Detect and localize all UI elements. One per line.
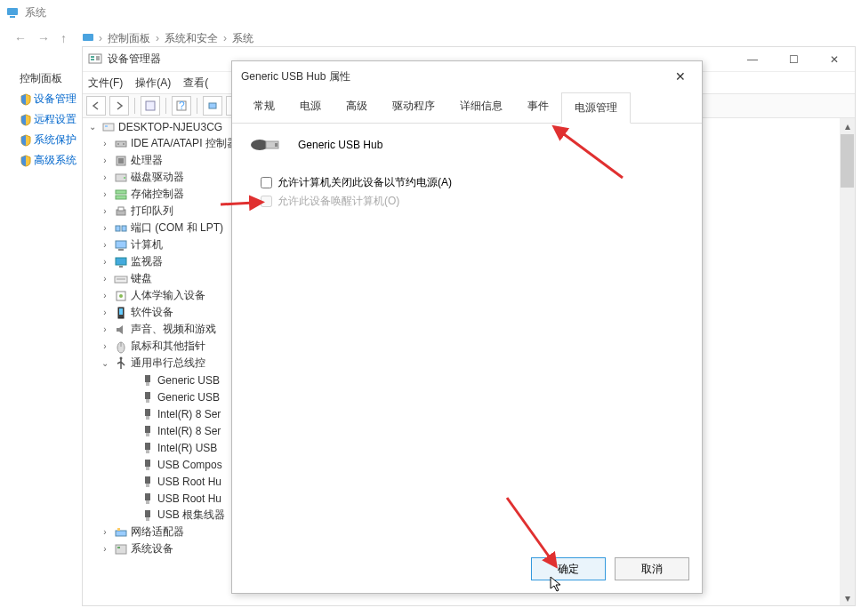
scroll-up-icon[interactable]: ▴ xyxy=(840,118,855,133)
side-link[interactable]: 系统保护 xyxy=(20,132,76,148)
chevron-icon: › xyxy=(99,32,102,44)
svg-point-20 xyxy=(124,177,125,179)
svg-point-16 xyxy=(123,143,125,145)
checkbox-label: 允许此设备唤醒计算机(O) xyxy=(278,194,399,209)
system-icon xyxy=(114,542,128,556)
svg-rect-2 xyxy=(83,34,93,41)
svg-rect-6 xyxy=(96,56,100,60)
usbdev-icon xyxy=(141,390,155,404)
maximize-button[interactable]: ☐ xyxy=(773,47,814,72)
tab-4[interactable]: 详细信息 xyxy=(447,92,515,123)
side-link-label: 系统保护 xyxy=(34,132,76,148)
port-icon xyxy=(114,221,128,236)
tree-label: 打印队列 xyxy=(131,204,173,219)
usbdev-icon xyxy=(141,441,155,455)
side-link-label: 远程设置 xyxy=(34,112,76,127)
svg-rect-26 xyxy=(122,226,126,231)
tree-label: 系统设备 xyxy=(131,541,173,556)
allow-power-off-checkbox[interactable] xyxy=(261,177,272,188)
software-icon xyxy=(114,306,128,320)
tree-label: Intel(R) USB xyxy=(157,442,217,454)
scroll-down-icon[interactable]: ▾ xyxy=(840,590,855,605)
tree-label: 处理器 xyxy=(131,153,163,168)
close-button[interactable]: ✕ xyxy=(814,47,855,72)
side-link[interactable]: 设备管理 xyxy=(20,92,76,107)
disk-icon xyxy=(114,171,128,185)
tab-3[interactable]: 驱动程序 xyxy=(380,92,447,123)
tree-label: 端口 (COM 和 LPT) xyxy=(131,220,223,236)
cancel-button[interactable]: 取消 xyxy=(615,557,689,580)
tb-help-button[interactable]: ? xyxy=(172,96,191,116)
svg-rect-61 xyxy=(117,547,120,548)
prop-tabs: 常规电源高级驱动程序详细信息事件电源管理 xyxy=(232,92,702,124)
sound-icon xyxy=(114,323,128,337)
tree-label: 通用串行总线控 xyxy=(131,356,205,371)
prop-title: Generic USB Hub 属性 xyxy=(241,69,663,84)
side-link[interactable]: 控制面板 xyxy=(20,71,76,86)
tab-5[interactable]: 事件 xyxy=(515,92,561,123)
close-button[interactable]: ✕ xyxy=(663,64,698,89)
side-link[interactable]: 高级系统 xyxy=(20,153,76,168)
tree-label: 软件设备 xyxy=(131,305,173,320)
nav-up-icon[interactable]: ↑ xyxy=(60,31,67,45)
tb-scan-button[interactable] xyxy=(203,96,222,116)
tab-1[interactable]: 电源 xyxy=(287,92,334,123)
system-icon xyxy=(5,5,20,20)
svg-rect-7 xyxy=(146,101,155,110)
svg-rect-42 xyxy=(145,392,150,399)
breadcrumb-seg[interactable]: 控制面板 xyxy=(108,31,150,46)
nav-back-icon[interactable]: ← xyxy=(14,31,27,45)
svg-rect-51 xyxy=(146,467,149,470)
tree-label: 监视器 xyxy=(131,254,163,269)
svg-rect-24 xyxy=(118,207,124,211)
svg-rect-49 xyxy=(146,450,149,453)
prop-body: Generic USB Hub 允许计算机关闭此设备以节约电源(A) 允许此设备… xyxy=(232,124,702,225)
svg-rect-10 xyxy=(209,103,216,108)
checkbox-row-allow-wake: 允许此设备唤醒计算机(O) xyxy=(261,194,684,209)
tab-2[interactable]: 高级 xyxy=(334,92,380,123)
breadcrumb-seg[interactable]: 系统 xyxy=(232,31,253,46)
ok-button[interactable]: 确定 xyxy=(531,557,606,580)
nav-forward-icon[interactable]: → xyxy=(37,31,50,45)
tree-scrollbar[interactable]: ▴ ▾ xyxy=(840,118,855,605)
tree-label: USB Root Hu xyxy=(157,476,221,488)
svg-rect-36 xyxy=(119,308,123,315)
menu-view[interactable]: 查看( xyxy=(183,76,208,91)
tb-forward-button[interactable] xyxy=(109,96,129,116)
svg-rect-21 xyxy=(116,190,126,194)
computer-icon xyxy=(101,120,116,134)
tb-back-button[interactable] xyxy=(86,96,106,116)
monitor-icon xyxy=(114,255,128,269)
tab-0[interactable]: 常规 xyxy=(241,92,287,123)
svg-rect-47 xyxy=(146,433,149,436)
usbdev-icon xyxy=(141,458,155,472)
breadcrumb-seg[interactable]: 系统和安全 xyxy=(165,31,218,46)
tree-label: USB 根集线器 xyxy=(157,508,225,523)
checkbox-row-allow-off[interactable]: 允许计算机关闭此设备以节约电源(A) xyxy=(261,175,684,190)
tree-label: Intel(R) 8 Ser xyxy=(157,425,221,437)
side-link-label: 高级系统 xyxy=(34,153,76,168)
svg-point-15 xyxy=(117,143,119,145)
side-link[interactable]: 远程设置 xyxy=(20,112,76,127)
tree-label: Intel(R) 8 Ser xyxy=(157,408,221,420)
checkbox-label: 允许计算机关闭此设备以节约电源(A) xyxy=(278,175,452,190)
svg-rect-53 xyxy=(146,484,149,487)
scroll-thumb[interactable] xyxy=(841,134,854,188)
tab-6[interactable]: 电源管理 xyxy=(561,92,631,124)
usbdev-icon xyxy=(141,492,155,506)
minimize-button[interactable]: — xyxy=(732,47,773,72)
svg-rect-41 xyxy=(146,382,149,386)
svg-rect-44 xyxy=(145,409,150,416)
svg-rect-45 xyxy=(146,416,149,420)
usb-device-icon xyxy=(250,136,278,154)
tb-properties-button[interactable] xyxy=(141,96,160,116)
usbdev-icon xyxy=(141,407,155,421)
shield-icon xyxy=(20,134,32,147)
prop-titlebar: Generic USB Hub 属性 ✕ xyxy=(232,61,702,92)
menu-file[interactable]: 文件(F) xyxy=(88,76,123,91)
svg-rect-18 xyxy=(118,158,124,164)
tree-label: Generic USB xyxy=(157,374,220,387)
system-titlebar: 系统 xyxy=(0,0,861,25)
svg-rect-43 xyxy=(146,399,149,403)
menu-action[interactable]: 操作(A) xyxy=(135,76,171,91)
